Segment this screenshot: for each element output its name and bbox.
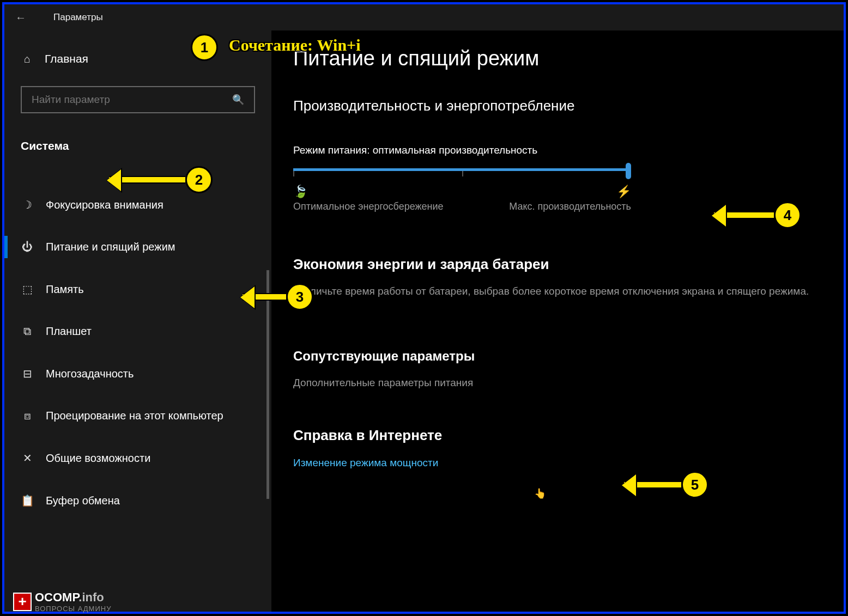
slider-thumb[interactable]	[626, 163, 631, 179]
annotation-arrow-2	[109, 176, 185, 184]
multitasking-icon: ⊟	[21, 367, 34, 380]
perf-heading: Производительность и энергопотребление	[293, 97, 816, 114]
settings-window: ← Параметры ⌂ Главная 🔍 Система ☽ Фокуси…	[2, 2, 846, 614]
page-title: Питание и спящий режим	[293, 47, 816, 70]
back-button[interactable]: ←	[15, 11, 26, 24]
annotation-arrow-4	[714, 211, 774, 219]
moon-icon: ☽	[21, 198, 34, 211]
annotation-arrow-5	[624, 481, 681, 489]
plus-icon: +	[13, 593, 32, 611]
slider-tick	[462, 171, 463, 176]
annotation-badge-1: 1	[191, 34, 218, 61]
body: ⌂ Главная 🔍 Система ☽ Фокусировка вниман…	[4, 31, 844, 612]
lightning-icon: ⚡	[616, 185, 631, 199]
sidebar-item-clipboard[interactable]: 📋 Буфер обмена	[21, 486, 255, 515]
slider-left-label: Оптимальное энергосбережение	[293, 201, 444, 212]
storage-icon: ⬚	[21, 283, 34, 296]
battery-desc: Увеличьте время работы от батареи, выбра…	[293, 284, 816, 300]
annotation-text-1: Сочетание: Win+i	[229, 36, 361, 54]
titlebar: ← Параметры	[4, 4, 844, 31]
content-pane: Питание и спящий режим Производительност…	[271, 31, 844, 612]
sidebar-item-label: Буфер обмена	[46, 495, 120, 507]
sidebar-item-multitasking[interactable]: ⊟ Многозадачность	[21, 359, 255, 388]
annotation-arrow-3	[243, 293, 286, 301]
sidebar-item-label: Фокусировка внимания	[46, 199, 163, 211]
sidebar-home[interactable]: ⌂ Главная	[21, 52, 255, 65]
search-input[interactable]	[32, 94, 232, 106]
sidebar-item-label: Многозадачность	[46, 368, 134, 380]
search-icon: 🔍	[232, 94, 244, 106]
home-label: Главная	[45, 52, 88, 65]
slider-labels: Оптимальное энергосбережение Макс. произ…	[293, 201, 631, 212]
leaf-icon: 🍃	[293, 185, 308, 199]
help-link[interactable]: Изменение режима мощности	[293, 457, 816, 469]
annotation-badge-5: 5	[681, 471, 708, 498]
sidebar-item-label: Проецирование на этот компьютер	[46, 410, 223, 422]
sidebar-item-tablet[interactable]: ⧉ Планшет	[21, 318, 255, 345]
tablet-icon: ⧉	[21, 325, 34, 338]
sidebar-item-storage[interactable]: ⬚ Память	[21, 275, 255, 303]
sidebar-item-shared[interactable]: ✕ Общие возможности	[21, 444, 255, 472]
cursor-icon: 👆	[534, 487, 546, 499]
power-icon: ⏻	[21, 241, 34, 253]
watermark-text: OCOMP.info ВОПРОСЫ АДМИНУ	[35, 590, 111, 613]
annotation-badge-3: 3	[286, 283, 313, 310]
battery-heading: Экономия энергии и заряда батареи	[293, 256, 816, 273]
additional-power-link[interactable]: Дополнительные параметры питания	[293, 377, 816, 389]
scrollbar[interactable]	[266, 270, 269, 499]
power-mode-label: Режим питания: оптимальная производитель…	[293, 144, 816, 156]
clipboard-icon: 📋	[21, 494, 34, 507]
sidebar-item-label: Общие возможности	[46, 452, 150, 465]
sidebar-item-projecting[interactable]: ⧈ Проецирование на этот компьютер	[21, 402, 255, 430]
window-title: Параметры	[53, 12, 103, 23]
slider-icons: 🍃 ⚡	[293, 185, 631, 199]
sidebar-item-label: Планшет	[46, 325, 92, 338]
search-box[interactable]: 🔍	[21, 86, 255, 113]
shared-icon: ✕	[21, 452, 34, 465]
sidebar: ⌂ Главная 🔍 Система ☽ Фокусировка вниман…	[4, 31, 271, 612]
projecting-icon: ⧈	[21, 410, 34, 422]
sidebar-category: Система	[21, 139, 255, 153]
annotation-badge-2: 2	[185, 166, 213, 193]
sidebar-item-label: Питание и спящий режим	[46, 241, 175, 253]
sidebar-item-label: Память	[46, 283, 84, 296]
slider-tick	[293, 171, 294, 176]
sidebar-item-power-sleep[interactable]: ⏻ Питание и спящий режим	[21, 233, 255, 261]
power-slider[interactable]	[293, 168, 631, 171]
home-icon: ⌂	[21, 53, 34, 65]
watermark: + OCOMP.info ВОПРОСЫ АДМИНУ	[13, 590, 111, 613]
help-heading: Справка в Интернете	[293, 427, 816, 444]
slider-right-label: Макс. производительность	[509, 201, 631, 212]
annotation-badge-4: 4	[774, 202, 801, 229]
sidebar-item-focus-assist[interactable]: ☽ Фокусировка внимания	[21, 191, 255, 219]
related-heading: Сопутствующие параметры	[293, 349, 816, 364]
